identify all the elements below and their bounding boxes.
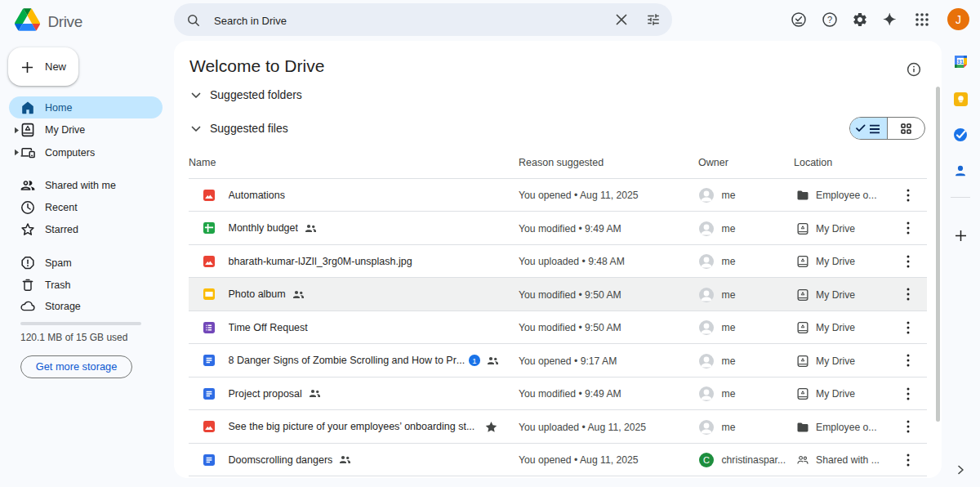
svg-text:?: ? [827,15,832,25]
svg-text:31: 31 [957,59,964,65]
